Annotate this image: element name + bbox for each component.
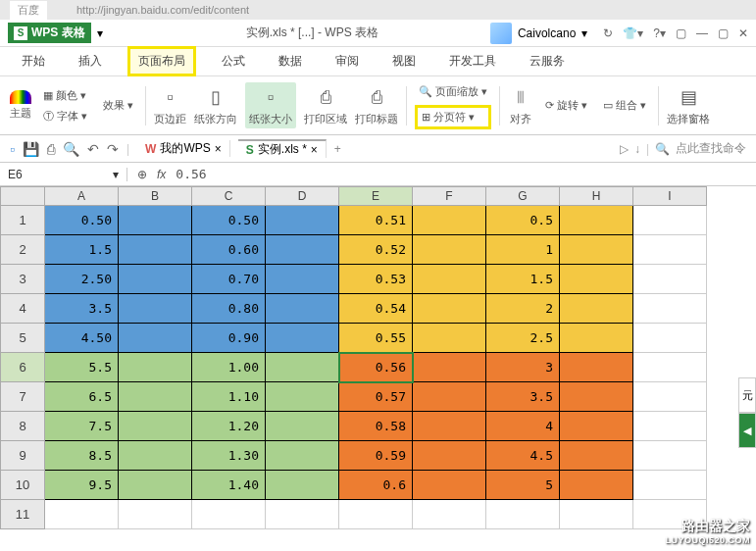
name-box[interactable]: E6 ▾	[0, 168, 127, 181]
cell-C9[interactable]: 1.30	[192, 441, 266, 471]
cell-G10[interactable]: 5	[486, 471, 560, 500]
cell-F4[interactable]	[413, 294, 486, 324]
menu-view[interactable]: 视图	[384, 49, 424, 74]
cell-H8[interactable]	[560, 412, 633, 441]
cell-C4[interactable]: 0.80	[192, 294, 266, 324]
orient-button[interactable]: ▯纸张方向	[194, 84, 237, 126]
row-header-11[interactable]: 11	[0, 500, 45, 529]
cell-I9[interactable]	[633, 441, 707, 471]
tab-document[interactable]: S实例.xls *×	[238, 139, 327, 158]
cell-H2[interactable]	[560, 235, 633, 265]
row-header-2[interactable]: 2	[0, 235, 45, 265]
col-header-F[interactable]: F	[413, 186, 486, 206]
save-icon[interactable]: 💾	[23, 141, 39, 157]
select-all-corner[interactable]	[0, 186, 45, 206]
cell-B10[interactable]	[119, 471, 192, 500]
cell-F8[interactable]	[413, 412, 486, 441]
cell-B8[interactable]	[119, 412, 192, 441]
cell-A8[interactable]: 7.5	[45, 412, 119, 441]
cell-G11[interactable]	[486, 500, 560, 529]
help-icon[interactable]: ?▾	[653, 26, 666, 40]
cell-H4[interactable]	[560, 294, 633, 324]
side-handle[interactable]: ◀	[738, 413, 756, 448]
cell-C7[interactable]: 1.10	[192, 382, 266, 412]
cell-G3[interactable]: 1.5	[486, 265, 560, 294]
cell-B5[interactable]	[119, 324, 192, 353]
cell-A6[interactable]: 5.5	[45, 353, 119, 382]
cell-G8[interactable]: 4	[486, 412, 560, 441]
col-header-G[interactable]: G	[486, 186, 560, 206]
col-header-E[interactable]: E	[339, 186, 413, 206]
cell-B3[interactable]	[119, 265, 192, 294]
printarea-button[interactable]: ⎙打印区域	[304, 84, 347, 126]
cell-F5[interactable]	[413, 324, 486, 353]
cell-I10[interactable]	[633, 471, 707, 500]
cell-G4[interactable]: 2	[486, 294, 560, 324]
cell-F11[interactable]	[413, 500, 486, 529]
row-header-3[interactable]: 3	[0, 265, 45, 294]
cell-G9[interactable]: 4.5	[486, 441, 560, 471]
maximize-icon[interactable]: ▢	[718, 26, 729, 40]
col-header-C[interactable]: C	[192, 186, 266, 206]
cell-D1[interactable]	[266, 206, 339, 235]
cell-H1[interactable]	[560, 206, 633, 235]
menu-review[interactable]: 审阅	[328, 49, 367, 74]
trace-icon[interactable]: ⊕	[137, 168, 147, 181]
cell-C3[interactable]: 0.70	[192, 265, 266, 294]
cell-E10[interactable]: 0.6	[339, 471, 413, 500]
down-icon[interactable]: ↓	[634, 142, 640, 156]
menu-data[interactable]: 数据	[271, 49, 310, 74]
cell-D3[interactable]	[266, 265, 339, 294]
cell-H6[interactable]	[560, 353, 633, 382]
name-dropdown-icon[interactable]: ▾	[113, 168, 119, 181]
formula-value[interactable]: 0.56	[176, 167, 206, 181]
cell-B2[interactable]	[119, 235, 192, 265]
cell-I3[interactable]	[633, 265, 707, 294]
row-header-1[interactable]: 1	[0, 206, 45, 235]
cell-F2[interactable]	[413, 235, 486, 265]
cell-E5[interactable]: 0.55	[339, 324, 413, 353]
cell-D9[interactable]	[266, 441, 339, 471]
group-button[interactable]: ▭ 组合▾	[599, 96, 650, 115]
dropdown-icon[interactable]: ▾	[97, 26, 103, 40]
cell-F9[interactable]	[413, 441, 486, 471]
cell-B11[interactable]	[119, 500, 192, 529]
menu-layout[interactable]: 页面布局	[127, 46, 196, 76]
menu-formula[interactable]: 公式	[214, 49, 253, 74]
cell-E1[interactable]: 0.51	[339, 206, 413, 235]
rotate-button[interactable]: ⟳ 旋转▾	[541, 96, 591, 115]
cell-D2[interactable]	[266, 235, 339, 265]
cell-F3[interactable]	[413, 265, 486, 294]
cell-H3[interactable]	[560, 265, 633, 294]
cell-D8[interactable]	[266, 412, 339, 441]
cell-I8[interactable]	[633, 412, 707, 441]
preview-icon[interactable]: 🔍	[63, 141, 79, 157]
align-button[interactable]: ⫴对齐	[508, 84, 533, 126]
tab-mywps[interactable]: W我的WPS×	[137, 140, 230, 157]
menu-cloud[interactable]: 云服务	[522, 49, 573, 74]
cell-D5[interactable]	[266, 324, 339, 353]
cell-E9[interactable]: 0.59	[339, 441, 413, 471]
row-header-8[interactable]: 8	[0, 412, 45, 441]
cell-D10[interactable]	[266, 471, 339, 500]
cell-B4[interactable]	[119, 294, 192, 324]
cell-E6[interactable]: 0.56	[339, 353, 413, 382]
cell-E2[interactable]: 0.52	[339, 235, 413, 265]
cell-D7[interactable]	[266, 382, 339, 412]
cell-D4[interactable]	[266, 294, 339, 324]
cell-A7[interactable]: 6.5	[45, 382, 119, 412]
cell-F6[interactable]	[413, 353, 486, 382]
new-icon[interactable]: ▫	[10, 141, 15, 157]
cell-A4[interactable]: 3.5	[45, 294, 119, 324]
cell-H5[interactable]	[560, 324, 633, 353]
cell-C2[interactable]: 0.60	[192, 235, 266, 265]
print-icon[interactable]: ⎙	[47, 141, 55, 157]
margin-button[interactable]: ▫页边距	[154, 84, 186, 126]
cell-B6[interactable]	[119, 353, 192, 382]
effect-button[interactable]: 效果▾	[99, 96, 137, 115]
tab-close-icon[interactable]: ×	[215, 142, 222, 156]
search-command[interactable]: 点此查找命令	[676, 140, 746, 157]
row-header-9[interactable]: 9	[0, 441, 45, 471]
cell-F7[interactable]	[413, 382, 486, 412]
cell-G1[interactable]: 0.5	[486, 206, 560, 235]
